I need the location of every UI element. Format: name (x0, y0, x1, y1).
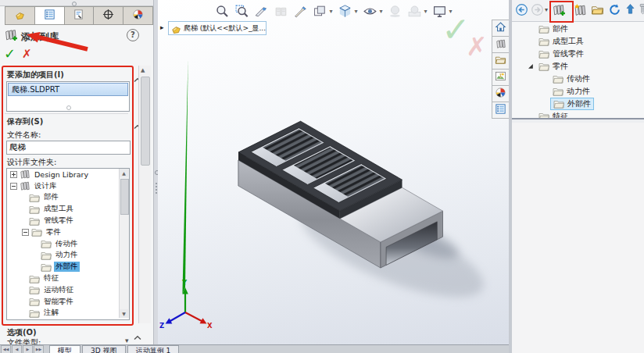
dropdown-caret-icon[interactable]: ▾ (354, 8, 357, 15)
cancel-button[interactable]: ✗ (22, 47, 32, 61)
dropdown-caret-icon[interactable]: ▾ (329, 8, 332, 15)
tree-item-label: 智能零件 (42, 297, 75, 307)
minus-box-icon[interactable] (10, 183, 17, 190)
document-tab-bar: ◀◀◀▶▶▶ 模型3D 视图运动算例 1 (0, 344, 509, 353)
flyout-expand-icon[interactable]: ▸ (160, 23, 164, 31)
triad-z-label: Z (159, 322, 164, 330)
tree-item[interactable]: 零件 (7, 226, 129, 238)
library-tree-item[interactable]: 成型工具 (512, 35, 644, 48)
manager-tab-part-icon[interactable] (5, 6, 35, 25)
new-folder-icon[interactable] (591, 3, 604, 16)
splitter-grip-icon[interactable] (156, 183, 157, 194)
task-pane-tab-home-icon[interactable] (492, 20, 509, 37)
scroll-thumb[interactable] (120, 179, 129, 215)
scroll-up-icon[interactable]: ▲ (120, 169, 128, 177)
refresh-icon[interactable] (608, 3, 621, 16)
confirmation-corner-cancel-icon[interactable]: ✗ (466, 31, 488, 62)
add-file-location-icon[interactable] (574, 3, 587, 16)
ok-button[interactable]: ✓ (4, 45, 16, 62)
items-to-add-header[interactable]: 要添加的项目(I) (7, 70, 64, 80)
document-tab[interactable]: 模型 (49, 345, 80, 353)
tree-item[interactable]: 管线零件 (7, 215, 129, 226)
tree-item[interactable]: 运动特征 (7, 284, 129, 296)
resize-grip-icon[interactable] (66, 105, 71, 110)
library-tree-item[interactable]: 零件 (512, 60, 644, 73)
triad-y-label: Y (181, 279, 188, 287)
bolt-icon[interactable] (637, 3, 644, 15)
save-to-header[interactable]: 保存到(S) (7, 116, 43, 127)
tree-item[interactable]: 注解 (7, 308, 129, 319)
items-to-add-listbox[interactable]: 爬梯.SLDPRT (6, 81, 130, 112)
library-items-pane[interactable] (512, 123, 644, 353)
list-item[interactable]: 爬梯.SLDPRT (8, 83, 128, 96)
panel-top-strip[interactable] (0, 0, 153, 6)
tree-item[interactable]: 设计库 (7, 180, 129, 192)
help-button[interactable]: ? (127, 29, 139, 41)
graphics-viewport[interactable]: Y X Z ▾▾▾▾▾ ▸ 爬梯 (默认<<默认>_显... ✓ ✗ (158, 0, 509, 344)
folder-icon (538, 62, 549, 71)
library-tree-item[interactable]: 部件 (512, 23, 644, 35)
task-pane-tab-appearances-icon[interactable] (492, 85, 509, 102)
section-view-icon[interactable] (253, 4, 268, 19)
sketch-tool-icon[interactable] (292, 4, 307, 19)
display-style-icon[interactable] (312, 4, 327, 19)
back-icon[interactable] (515, 3, 528, 16)
tab-scroll-right-icon[interactable]: ▶ (23, 345, 33, 353)
tree-item[interactable]: 传动件 (7, 238, 129, 250)
dropdown-caret-icon[interactable]: ▾ (379, 8, 382, 15)
tab-scroll-left-icon[interactable]: ◀ (12, 345, 22, 353)
dropdown-caret-icon[interactable]: ▾ (424, 8, 428, 15)
document-tab[interactable]: 3D 视图 (82, 345, 126, 353)
design-library-folder-tree[interactable]: Design Library设计库部件成型工具管线零件零件传动件动力件外部件特征… (6, 168, 130, 320)
zoom-area-icon[interactable] (234, 4, 249, 19)
tree-item[interactable]: 部件 (7, 192, 129, 204)
task-pane-tab-view-palette-icon[interactable] (492, 69, 509, 86)
task-pane-tab-file-explorer-icon[interactable] (492, 52, 509, 70)
tab-scroll-last-icon[interactable]: ▶▶ (34, 345, 44, 353)
manager-tab-dimxpertmanager-icon[interactable] (93, 6, 123, 25)
tree-item[interactable]: 动力件 (7, 250, 129, 262)
scroll-thumb[interactable] (141, 77, 150, 166)
view-orientation-icon[interactable] (337, 4, 352, 19)
panel-scrollbar[interactable]: ▲ (138, 66, 151, 323)
library-tree-item[interactable]: 特征 (512, 110, 644, 118)
tree-item[interactable]: 特征 (7, 273, 129, 284)
tree-item[interactable]: 智能零件 (7, 296, 129, 308)
manager-tab-configurationmanager-icon[interactable] (64, 6, 95, 25)
library-tree-item[interactable]: 传动件 (512, 73, 644, 85)
scroll-up-icon[interactable]: ▲ (141, 67, 145, 73)
manager-tab-displaymanager-icon[interactable] (123, 6, 153, 25)
tab-scroll-first-icon[interactable]: ◀◀ (1, 345, 11, 353)
add-to-library-icon[interactable] (553, 3, 566, 16)
up-icon[interactable] (624, 3, 636, 15)
library-tree-item[interactable]: 动力件 (512, 85, 644, 98)
chevron-up-icon[interactable] (134, 329, 141, 334)
zoom-fit-icon[interactable] (214, 4, 229, 19)
minus-box-icon[interactable] (22, 229, 29, 236)
divider (5, 113, 128, 114)
history-caret-icon[interactable]: ▾ (545, 6, 548, 13)
file-name-input[interactable] (6, 141, 131, 155)
tree-item[interactable]: 成型工具 (7, 203, 129, 215)
expanded-triangle-icon[interactable] (528, 63, 534, 70)
library-tree-item[interactable]: 管线零件 (512, 48, 644, 60)
file-type-caret-icon[interactable]: ▾ (125, 337, 129, 344)
task-pane-tab-design-library-icon[interactable] (492, 36, 509, 53)
tree-item[interactable]: 外部件 (7, 261, 129, 273)
task-pane-tab-custom-properties-icon[interactable] (492, 102, 509, 119)
propertymanager-panel: 添加到库 ? ✓ ✗ 要添加的项目(I) 爬梯.SLDPRT 保存到(S) 文件… (0, 0, 153, 353)
part-icon (170, 23, 182, 34)
model-canvas: Y X Z (158, 0, 509, 344)
folder-icon (538, 112, 549, 118)
flyout-feature-tree-item[interactable]: 爬梯 (默认<<默认>_显... (168, 21, 267, 35)
options-header[interactable]: 选项(O) (7, 327, 37, 338)
document-tab[interactable]: 运动算例 1 (127, 345, 180, 353)
hide-show-icon[interactable] (362, 4, 377, 19)
tree-scrollbar[interactable]: ▲ ▼ (119, 169, 129, 318)
scroll-down-icon[interactable]: ▼ (120, 309, 128, 318)
dimxpertmanager-icon (102, 9, 114, 23)
library-tree-item[interactable]: 外部件 (512, 98, 644, 110)
tree-item[interactable]: Design Library (7, 169, 129, 180)
manager-tab-propertymanager-icon[interactable] (34, 6, 65, 25)
plus-box-icon[interactable] (10, 171, 17, 178)
